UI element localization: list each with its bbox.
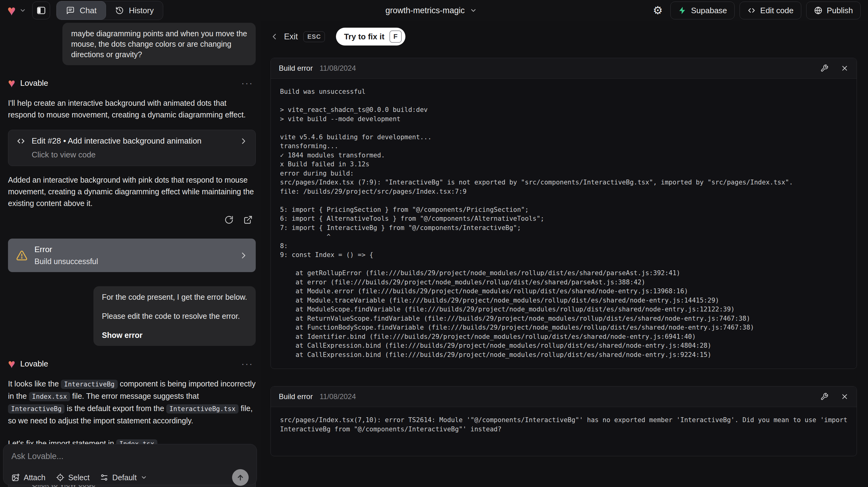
error-banner-subtitle: Build unsuccessful <box>34 257 98 266</box>
sidebar-toggle-button[interactable] <box>32 2 50 19</box>
text-segment: file. The error message suggests that <box>70 392 199 400</box>
try-to-fix-button[interactable]: Try to fix it F <box>336 28 405 45</box>
chat-panel: maybe diagramming points and when you mo… <box>0 21 261 487</box>
lovable-avatar-heart-icon: ♥ <box>8 358 16 370</box>
build-error-date: 11/08/2024 <box>320 64 356 72</box>
globe-icon <box>814 6 823 15</box>
chat-history-tabs: Chat History <box>56 1 163 20</box>
inline-code: InteractiveBg <box>61 380 117 389</box>
send-button[interactable] <box>232 469 249 486</box>
sliders-icon <box>100 473 108 482</box>
edit-code-label: Edit code <box>760 6 793 16</box>
attach-image-icon <box>11 473 20 482</box>
select-label: Select <box>68 473 89 482</box>
edit-card-28-row: Edit #28 • Add interactive background an… <box>16 136 247 146</box>
arrow-up-icon <box>236 473 245 482</box>
more-options-icon[interactable]: ··· <box>241 78 253 88</box>
build-error-card-1: Build error 11/08/2024 Build was unsucce… <box>271 58 857 369</box>
mode-dropdown[interactable]: Default <box>100 473 147 482</box>
topbar-left: ♥ Chat History <box>7 1 163 20</box>
project-selector[interactable]: growth-metrics-magic <box>385 6 477 16</box>
wrench-icon[interactable] <box>820 64 828 72</box>
retry-icon[interactable] <box>224 215 234 224</box>
user-message-line: For the code present, I get the error be… <box>102 292 247 302</box>
chevron-right-icon <box>240 137 247 145</box>
supabase-bolt-icon <box>678 6 687 15</box>
build-error-title: Build error <box>279 64 313 72</box>
topbar-right: ⚙ Supabase Edit code Publish <box>650 2 861 19</box>
build-error-banner[interactable]: Error Build unsuccessful <box>8 239 256 272</box>
main-area: maybe diagramming points and when you mo… <box>0 21 868 487</box>
edit-card-28[interactable]: Edit #28 • Add interactive background an… <box>8 130 256 166</box>
history-icon <box>115 6 124 15</box>
close-icon[interactable] <box>841 393 849 401</box>
assistant-name: Lovable <box>20 359 48 369</box>
user-message: maybe diagramming points and when you mo… <box>62 23 256 65</box>
lovable-heart-icon: ♥ <box>7 3 16 18</box>
edit-card-28-subtitle: Click to view code <box>32 150 247 159</box>
assistant-paragraph: I'll help create an interactive backgrou… <box>8 97 256 121</box>
tab-history[interactable]: History <box>106 1 163 20</box>
wrench-icon[interactable] <box>820 393 828 401</box>
mode-label: Default <box>112 473 136 482</box>
build-error-date: 11/08/2024 <box>320 392 356 401</box>
user-message: For the code present, I get the error be… <box>93 286 256 346</box>
publish-label: Publish <box>827 6 853 16</box>
user-message-line: Please edit the code to resolve the erro… <box>102 311 247 321</box>
error-overlay-panel: Exit ESC Try to fix it F Build error 11/… <box>261 21 868 487</box>
tab-chat[interactable]: Chat <box>57 1 106 20</box>
select-button[interactable]: Select <box>56 473 89 482</box>
select-target-icon <box>56 473 65 482</box>
assistant-paragraph: Added an interactive background with pin… <box>8 174 256 209</box>
try-to-fix-label: Try to fix it <box>344 32 384 41</box>
attach-button[interactable]: Attach <box>11 473 45 482</box>
chat-message-list[interactable]: maybe diagramming points and when you mo… <box>0 21 261 487</box>
show-error-link[interactable]: Show error <box>102 330 247 340</box>
build-error-card-2: Build error 11/08/2024 src/pages/Index.t… <box>271 386 857 456</box>
gear-icon: ⚙ <box>653 5 663 16</box>
chevron-right-icon <box>239 251 248 260</box>
close-icon[interactable] <box>841 64 849 72</box>
text-segment: It looks like the <box>8 379 61 388</box>
message-actions <box>8 215 256 224</box>
text-segment: is the default export from the <box>65 404 166 413</box>
chevron-left-icon <box>271 33 278 40</box>
assistant-header: ♥ Lovable ··· <box>8 77 256 89</box>
esc-key-badge: ESC <box>303 31 325 42</box>
build-error-card-1-header: Build error 11/08/2024 <box>271 58 857 79</box>
exit-button[interactable]: Exit ESC <box>271 31 325 42</box>
lovable-logo-menu[interactable]: ♥ <box>7 3 26 18</box>
edit-code-button[interactable]: Edit code <box>740 2 801 19</box>
publish-button[interactable]: Publish <box>806 2 861 19</box>
more-options-icon[interactable]: ··· <box>241 359 253 369</box>
composer: Attach Select Default <box>3 444 257 485</box>
project-name: growth-metrics-magic <box>385 6 465 16</box>
supabase-button[interactable]: Supabase <box>670 2 735 19</box>
chat-bubble-icon <box>66 6 75 15</box>
sidebar-panel-icon <box>36 5 46 16</box>
tab-chat-label: Chat <box>80 6 96 16</box>
open-external-icon[interactable] <box>243 215 253 224</box>
f-key-badge: F <box>390 30 402 43</box>
build-error-card-2-header: Build error 11/08/2024 <box>271 387 857 407</box>
settings-button[interactable]: ⚙ <box>650 2 665 19</box>
code-icon <box>747 6 756 15</box>
build-error-title: Build error <box>279 392 313 401</box>
code-icon <box>16 136 26 146</box>
build-error-card-1-actions <box>820 64 849 72</box>
warning-triangle-icon <box>16 250 28 261</box>
edit-card-28-title: Edit #28 • Add interactive background an… <box>32 136 202 146</box>
assistant-header: ♥ Lovable ··· <box>8 358 256 370</box>
error-banner-title: Error <box>34 245 98 254</box>
chevron-down-icon <box>470 7 477 14</box>
lovable-avatar-heart-icon: ♥ <box>8 77 16 89</box>
inline-code: InteractiveBg.tsx <box>166 404 239 414</box>
build-error-log: src/pages/Index.tsx(7,10): error TS2614:… <box>271 407 857 456</box>
inline-code: InteractiveBg <box>8 404 65 414</box>
assistant-name: Lovable <box>20 79 48 88</box>
chat-input[interactable] <box>11 452 249 461</box>
exit-label: Exit <box>284 32 298 41</box>
tab-history-label: History <box>129 6 154 16</box>
error-panel-header: Exit ESC Try to fix it F <box>271 28 857 45</box>
build-error-log: Build was unsuccessful > vite_react_shad… <box>271 79 857 369</box>
